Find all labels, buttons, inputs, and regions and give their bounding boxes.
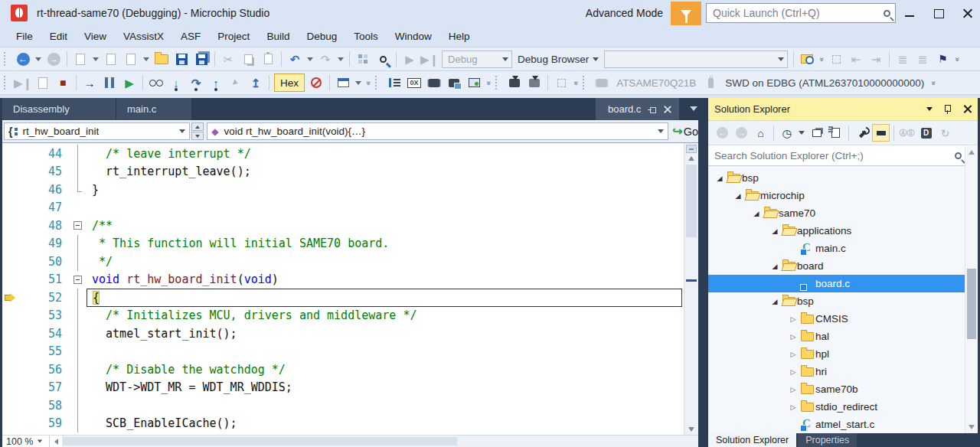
paste-icon[interactable]	[259, 50, 277, 68]
breakpoint-margin[interactable]	[2, 181, 18, 199]
solution-explorer-search[interactable]	[708, 145, 978, 166]
tree-item-hal[interactable]: ▷hal	[708, 328, 978, 345]
breakpoint-margin[interactable]	[2, 253, 18, 271]
maximize-button[interactable]	[933, 8, 945, 18]
set-next-statement-icon[interactable]: ↥	[247, 73, 265, 92]
zoom-icon[interactable]	[374, 50, 392, 68]
expander-expanded-icon[interactable]: ◢	[751, 210, 762, 217]
menu-item-help[interactable]: Help	[440, 28, 479, 45]
spin-up-button[interactable]	[191, 122, 204, 131]
scroll-up-icon[interactable]	[688, 156, 694, 161]
undo-icon[interactable]: ↶	[286, 50, 304, 68]
quickwatch-icon[interactable]	[147, 73, 165, 92]
toolbar-grip[interactable]	[4, 52, 10, 66]
menu-item-file[interactable]: File	[8, 28, 41, 45]
tree-item-same70[interactable]: ◢same70	[708, 204, 978, 222]
tab-disassembly[interactable]: Disassembly	[2, 98, 116, 120]
trace-icon[interactable]	[552, 73, 570, 92]
close-panel-icon[interactable]	[963, 105, 972, 113]
dependencies-view-button[interactable]: D	[917, 124, 935, 142]
breakpoint-margin[interactable]	[2, 217, 18, 235]
assembly-view-button[interactable]: ⒶⓈ	[898, 124, 916, 142]
debug-browser-dropdown[interactable]: Debug Browser	[514, 54, 602, 65]
selection-mode-icon[interactable]	[827, 50, 845, 68]
navigate-to-icon[interactable]	[354, 50, 372, 68]
io-view-icon[interactable]	[425, 73, 443, 92]
chevron-down-icon[interactable]	[143, 57, 149, 61]
toolbar-grip[interactable]	[375, 76, 381, 90]
minimize-button[interactable]	[903, 8, 916, 18]
collapse-minus-icon[interactable]	[74, 221, 82, 230]
toolbar-overflow-icon[interactable]: »	[364, 78, 373, 87]
breakpoint-margin[interactable]	[2, 145, 18, 163]
pin-icon[interactable]	[648, 106, 656, 113]
tree-item-microchip[interactable]: ◢microchip	[708, 187, 978, 204]
disable-all-breakpoints-icon[interactable]	[307, 73, 325, 92]
navigate-forward-icon[interactable]: →	[44, 50, 63, 68]
solution-configuration-combo[interactable]: Debug	[442, 51, 512, 68]
chevron-down-icon[interactable]	[307, 57, 313, 61]
memory-hex-view-icon[interactable]: 0X	[405, 73, 423, 92]
expander-expanded-icon[interactable]: ◢	[769, 263, 780, 270]
add-item-icon[interactable]	[102, 50, 120, 68]
auto-hide-pin-icon[interactable]	[943, 105, 951, 114]
tree-vertical-scrollbar[interactable]	[965, 146, 978, 433]
scroll-left-button[interactable]	[50, 436, 63, 447]
tab-main-c[interactable]: main.c	[116, 98, 192, 120]
show-all-files-button[interactable]	[872, 124, 890, 142]
expander-expanded-icon[interactable]: ◢	[733, 192, 743, 200]
start-without-debugging-icon[interactable]: ▶	[400, 50, 419, 68]
breakpoint-margin[interactable]	[2, 199, 18, 217]
tree-item-hri[interactable]: ▷hri	[708, 363, 978, 380]
code-editor[interactable]: 44 /* leave interrupt */45 rt_interrupt_…	[2, 143, 698, 435]
processor-status-icon[interactable]	[385, 73, 403, 92]
find-in-files-icon[interactable]	[798, 50, 816, 68]
toolbar-grip[interactable]	[4, 76, 10, 90]
scope-spinner[interactable]	[191, 122, 204, 140]
tree-item-bsp[interactable]: ◢bsp	[708, 169, 978, 187]
breakpoint-margin[interactable]	[2, 343, 18, 361]
comment-lines-icon[interactable]: ≣	[893, 50, 912, 68]
bookmark-icon[interactable]: ⚑	[933, 50, 952, 68]
chevron-down-icon[interactable]	[35, 57, 41, 61]
tree-item-board[interactable]: ◢board	[708, 257, 978, 275]
expander-expanded-icon[interactable]: ◢	[769, 298, 780, 305]
breakpoint-margin[interactable]	[2, 307, 18, 325]
zoom-level-dropdown[interactable]: 100 %	[2, 436, 50, 447]
window-position-dropdown-icon[interactable]	[926, 107, 933, 111]
editor-horizontal-scrollbar[interactable]	[63, 436, 698, 447]
break-all-icon[interactable]	[100, 73, 119, 92]
screen-window-icon[interactable]	[465, 73, 483, 92]
pane-splitter[interactable]	[698, 98, 708, 447]
expander-collapsed-icon[interactable]: ▷	[788, 368, 799, 376]
tree-item-stdio_redirect[interactable]: ▷stdio_redirect	[708, 398, 978, 416]
menu-item-build[interactable]: Build	[258, 28, 298, 45]
breakpoint-margin[interactable]	[2, 325, 18, 343]
bottom-tab-solution-explorer[interactable]: Solution Explorer	[708, 433, 796, 447]
solution-explorer-header[interactable]: Solution Explorer	[708, 98, 978, 121]
hex-display-toggle[interactable]: Hex	[274, 73, 305, 92]
toolbar-grip[interactable]	[495, 76, 501, 90]
back-button[interactable]: ←	[714, 124, 731, 142]
spin-down-button[interactable]	[191, 132, 204, 140]
scope-dropdown[interactable]: { rt_hw_board_init	[4, 122, 190, 140]
menu-item-asf[interactable]: ASF	[172, 28, 209, 45]
step-out-icon[interactable]: ↑	[207, 73, 225, 92]
step-over-icon[interactable]: ↷	[187, 73, 205, 92]
continue-icon[interactable]: ▶	[120, 73, 139, 92]
new-file-icon[interactable]	[122, 50, 140, 68]
menu-item-edit[interactable]: Edit	[41, 28, 76, 45]
solution-search-input[interactable]	[713, 149, 955, 162]
expander-collapsed-icon[interactable]: ▷	[788, 315, 799, 323]
toolbar-overflow-icon[interactable]: »	[818, 54, 826, 64]
home-button[interactable]: ⌂	[752, 124, 769, 142]
device-chip-icon[interactable]	[593, 73, 611, 92]
chevron-down-icon[interactable]	[93, 57, 99, 61]
debugger-interface-icon[interactable]	[701, 73, 720, 92]
device-programming-icon[interactable]	[445, 73, 463, 92]
breakpoint-margin[interactable]	[2, 289, 18, 307]
tree-item-hpl[interactable]: ▷hpl	[708, 345, 978, 363]
breakpoint-margin[interactable]	[2, 271, 18, 289]
run-to-cursor-icon[interactable]	[227, 73, 245, 92]
fold-toggle[interactable]	[70, 217, 87, 235]
